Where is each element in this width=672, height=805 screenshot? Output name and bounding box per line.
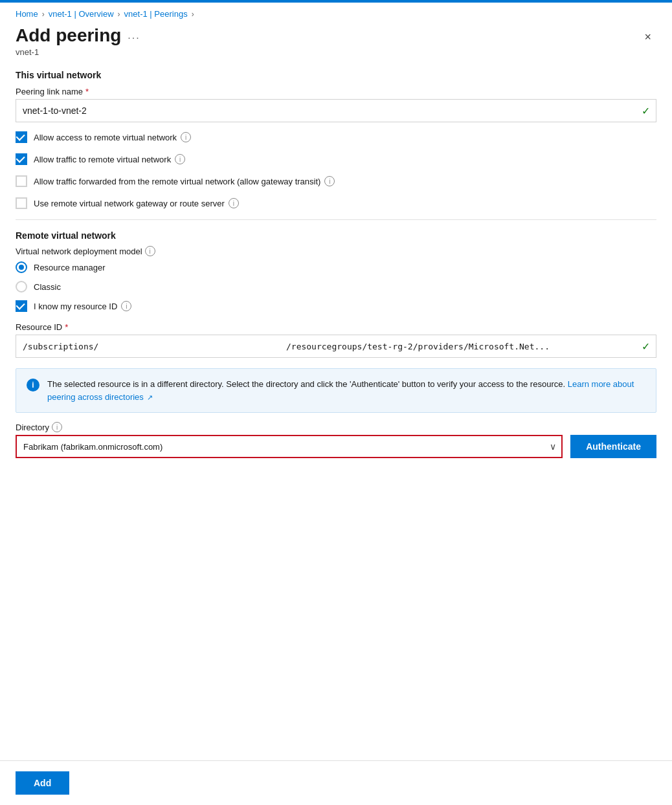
directory-select-wrapper: Fabrikam (fabrikam.onmicrosoft.com) ∨ [16, 435, 563, 458]
breadcrumb-sep-2: › [118, 10, 120, 19]
bottom-spacer [16, 458, 656, 523]
page-subtitle: vnet-1 [16, 47, 140, 57]
directory-info-icon[interactable]: i [52, 422, 62, 432]
main-content: This virtual network Peering link name *… [0, 65, 672, 523]
resource-manager-radio[interactable] [16, 261, 27, 273]
section-divider [16, 219, 656, 220]
classic-radio[interactable] [16, 281, 27, 292]
authenticate-button[interactable]: Authenticate [570, 435, 656, 458]
page-header-left: Add peering ... vnet-1 [16, 25, 140, 57]
page-title-row: Add peering ... [16, 25, 140, 46]
classic-row: Classic [16, 281, 656, 292]
page-header: Add peering ... vnet-1 × [0, 23, 672, 65]
breadcrumb-home[interactable]: Home [16, 9, 38, 19]
external-link-icon: ↗ [147, 392, 153, 403]
allow-access-checkbox[interactable] [16, 131, 27, 143]
breadcrumb-sep-1: › [42, 10, 45, 19]
resource-manager-label: Resource manager [34, 263, 106, 272]
peering-link-input[interactable] [16, 99, 656, 122]
breadcrumb-vnet-overview[interactable]: vnet-1 | Overview [49, 9, 114, 19]
breadcrumb-vnet-peerings[interactable]: vnet-1 | Peerings [124, 9, 188, 19]
info-banner-text: The selected resource is in a different … [47, 378, 645, 403]
use-remote-gateway-info-icon[interactable]: i [229, 198, 239, 208]
peering-link-wrapper: ✓ [16, 99, 656, 122]
allow-traffic-info-icon[interactable]: i [175, 154, 185, 164]
directory-field: Directory i Fabrikam (fabrikam.onmicroso… [16, 422, 563, 458]
classic-label: Classic [34, 282, 61, 292]
resource-manager-row: Resource manager [16, 261, 656, 273]
page-title: Add peering [16, 25, 121, 46]
resource-id-required: * [65, 322, 68, 332]
breadcrumb-sep-3: › [192, 10, 194, 19]
peering-link-required: * [85, 87, 89, 96]
resource-id-input[interactable] [16, 335, 656, 358]
allow-traffic-row: Allow traffic to remote virtual network … [16, 153, 656, 165]
close-button[interactable]: × [639, 28, 656, 47]
info-banner-icon: i [27, 379, 39, 391]
use-remote-gateway-checkbox[interactable] [16, 197, 27, 209]
remote-virtual-network-title: Remote virtual network [16, 230, 656, 241]
directory-label: Directory i [16, 422, 563, 432]
this-virtual-network-title: This virtual network [16, 70, 656, 80]
allow-traffic-checkbox[interactable] [16, 153, 27, 165]
know-resource-id-row: I know my resource ID i [16, 300, 656, 312]
deployment-model-info-icon[interactable]: i [145, 246, 155, 256]
peering-link-check-icon: ✓ [642, 105, 650, 117]
know-resource-id-info-icon[interactable]: i [121, 301, 131, 311]
resource-id-wrapper: ✓ [16, 335, 656, 358]
allow-access-info-icon[interactable]: i [181, 132, 191, 142]
info-banner: i The selected resource is in a differen… [16, 368, 656, 413]
use-remote-gateway-row: Use remote virtual network gateway or ro… [16, 197, 656, 209]
allow-forwarded-row: Allow traffic forwarded from the remote … [16, 175, 656, 187]
know-resource-id-checkbox[interactable] [16, 300, 27, 312]
directory-select[interactable]: Fabrikam (fabrikam.onmicrosoft.com) [16, 435, 563, 458]
peering-link-label: Peering link name * [16, 87, 656, 96]
directory-row: Directory i Fabrikam (fabrikam.onmicroso… [16, 422, 656, 458]
allow-forwarded-label: Allow traffic forwarded from the remote … [34, 176, 335, 186]
know-resource-id-label: I know my resource ID i [34, 301, 131, 311]
allow-forwarded-checkbox[interactable] [16, 175, 27, 187]
use-remote-gateway-label: Use remote virtual network gateway or ro… [34, 198, 239, 208]
allow-traffic-label: Allow traffic to remote virtual network … [34, 154, 185, 164]
allow-access-row: Allow access to remote virtual network i [16, 131, 656, 143]
bottom-bar: Add [0, 760, 672, 805]
allow-access-label: Allow access to remote virtual network i [34, 132, 191, 142]
resource-id-check-icon: ✓ [642, 340, 650, 353]
allow-forwarded-info-icon[interactable]: i [324, 176, 335, 186]
add-button[interactable]: Add [16, 771, 69, 795]
more-options-button[interactable]: ... [128, 30, 140, 41]
resource-id-label: Resource ID * [16, 322, 656, 332]
breadcrumb: Home › vnet-1 | Overview › vnet-1 | Peer… [0, 3, 672, 23]
deployment-model-label: Virtual network deployment model i [16, 246, 656, 256]
